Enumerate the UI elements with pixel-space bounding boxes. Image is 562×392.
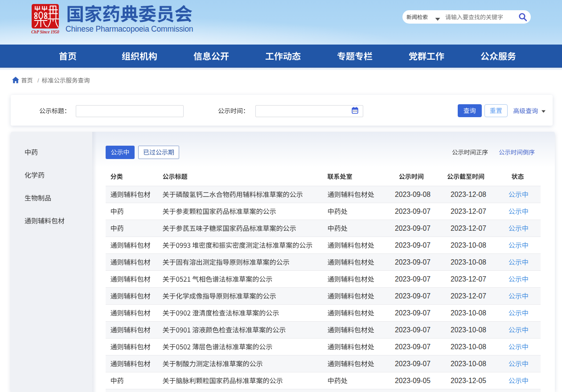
svg-text:2023-09-07: 2023-09-07 (395, 292, 431, 300)
svg-text:2023-10-08: 2023-10-08 (451, 258, 486, 266)
svg-text:2023-09-07: 2023-09-07 (395, 360, 431, 368)
svg-text:/: / (37, 77, 39, 84)
svg-text:2023-09-08: 2023-09-08 (395, 191, 431, 198)
svg-text:2023-09-07: 2023-09-07 (395, 309, 431, 317)
svg-text:2023-09-07: 2023-09-07 (395, 275, 431, 283)
svg-text:2023-09-07: 2023-09-07 (395, 208, 431, 215)
svg-text:2023-12-07: 2023-12-07 (451, 208, 486, 215)
svg-text:ChP Since 1950: ChP Since 1950 (31, 30, 59, 34)
svg-text:2023-09-07: 2023-09-07 (395, 258, 431, 266)
svg-text:2023-10-08: 2023-10-08 (451, 309, 486, 317)
svg-text:2023-10-08: 2023-10-08 (451, 241, 486, 249)
svg-text:2023-10-08: 2023-10-08 (451, 326, 486, 334)
svg-text:2023-12-07: 2023-12-07 (451, 275, 486, 283)
svg-text:2023-09-07: 2023-09-07 (395, 343, 431, 351)
svg-text:2023-09-05: 2023-09-05 (395, 377, 431, 384)
svg-text:2023-10-08: 2023-10-08 (451, 360, 486, 368)
svg-text:2023-12-07: 2023-12-07 (451, 292, 486, 300)
svg-text:2023-12-05: 2023-12-05 (451, 377, 486, 384)
svg-text:2023-09-07: 2023-09-07 (395, 225, 431, 232)
svg-text:2023-12-08: 2023-12-08 (451, 191, 486, 198)
svg-text:Chinese Pharmacopoeia Commissi: Chinese Pharmacopoeia Commission (66, 24, 193, 33)
svg-text:2023-10-08: 2023-10-08 (451, 343, 486, 351)
svg-text:2023-09-07: 2023-09-07 (395, 241, 431, 249)
svg-text:2023-12-07: 2023-12-07 (451, 225, 486, 232)
svg-text:2023-09-07: 2023-09-07 (395, 326, 431, 334)
